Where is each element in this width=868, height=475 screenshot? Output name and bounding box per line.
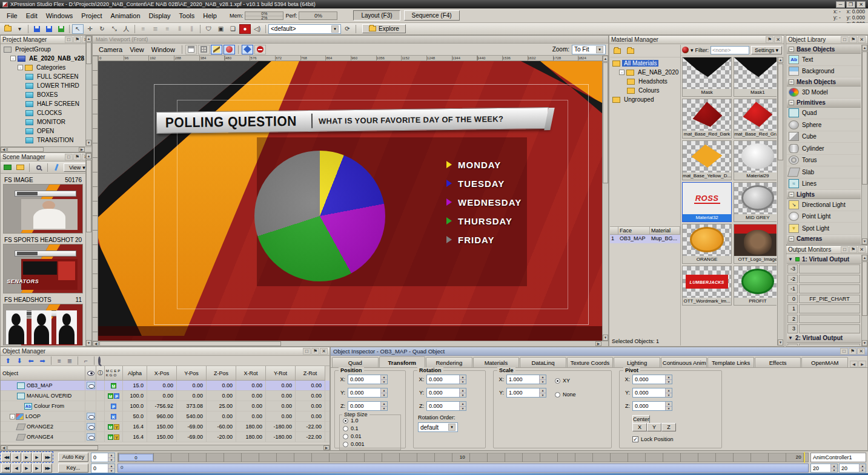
zrot-value[interactable]: 0.00 — [296, 391, 325, 401]
spin-down-icon[interactable]: ▼ — [381, 393, 387, 398]
record-icon[interactable]: ● — [239, 24, 251, 34]
project-tree-item[interactable]: MONITOR — [1, 117, 85, 126]
library-row[interactable]: − Spot Light — [787, 223, 861, 235]
spin-down-icon[interactable]: ▼ — [460, 393, 466, 398]
output-slot-label[interactable] — [799, 284, 860, 293]
yrot-value[interactable]: -180.00 — [266, 422, 296, 431]
scale-tool-button[interactable]: ⤡ — [108, 24, 120, 34]
project-tree-item[interactable]: OPEN — [1, 126, 85, 136]
library-row[interactable]: − 3D Model — [787, 87, 861, 99]
save-button[interactable] — [31, 24, 42, 34]
close-button[interactable]: ✕ — [856, 1, 866, 8]
library-row[interactable]: − Cameras — [787, 235, 861, 244]
step-size-option[interactable]: 1.0 — [343, 417, 397, 424]
timeline-selection[interactable]: 0 — [119, 454, 153, 461]
step-forward-button[interactable] — [32, 464, 42, 473]
xpos-column-header[interactable]: X-Pos — [147, 366, 177, 381]
badge[interactable]: P — [114, 393, 119, 399]
legend-item[interactable]: THURSDAY — [446, 215, 522, 226]
scene-thumbnail[interactable]: SENATORS — [3, 244, 83, 293]
radio-icon[interactable] — [343, 426, 348, 431]
menu-item[interactable]: Project — [77, 10, 106, 21]
menu-item[interactable]: Display — [145, 10, 175, 21]
output-slot-label[interactable] — [799, 315, 860, 324]
xrot-value[interactable]: 180.00 — [236, 432, 266, 442]
panel-close-icon[interactable]: ✕ — [857, 348, 865, 355]
library-row[interactable]: − Slab — [787, 166, 861, 179]
project-tree-scrollbar[interactable]: ▲▼ — [85, 36, 91, 146]
monitor-icon[interactable]: ▣ — [215, 24, 227, 34]
material-tile[interactable]: Mask — [682, 57, 732, 97]
material-tile[interactable]: mat_Base_Red_Dark — [682, 99, 732, 139]
add-material-group-button[interactable] — [611, 46, 623, 56]
yrot-value[interactable]: -180.00 — [266, 432, 296, 442]
spin-down-icon[interactable]: ▼ — [666, 393, 672, 398]
radio-icon[interactable] — [343, 434, 348, 439]
inspector-tab[interactable]: Texture Coords — [567, 357, 614, 367]
scale-mode-option[interactable]: None — [555, 391, 576, 398]
settings-dropdown-button[interactable]: Settings▾ — [751, 46, 782, 54]
zpos-value[interactable]: 25.00 — [207, 401, 236, 411]
library-row[interactable]: − Base Objects — [787, 45, 861, 54]
badge-column-header[interactable]: MCEPKGO — [105, 366, 123, 381]
default-profile-combo[interactable]: <default> ▾ — [268, 24, 341, 34]
step-size-option[interactable]: 0.01 — [343, 433, 397, 440]
material-tile[interactable]: mat_Base_Yellow_D... — [682, 140, 732, 180]
pivot-tool-button[interactable]: 人 — [121, 24, 132, 34]
inspector-tab[interactable]: Lighting — [614, 357, 660, 367]
panel-restore-icon[interactable]: □ — [65, 36, 73, 43]
minimize-button[interactable]: ─ — [836, 1, 845, 8]
spin-up-icon[interactable]: ▲ — [460, 375, 466, 380]
material-tree-item[interactable]: - AE_NAB_2020 — [610, 68, 680, 77]
save-all-button[interactable] — [43, 24, 55, 34]
expand-all-icon[interactable]: ≡ — [55, 358, 64, 364]
position-spinbox[interactable]: 0.000 ▲▼ — [348, 401, 388, 411]
yrot-value[interactable]: 0.00 — [266, 381, 296, 390]
tab-scroll-right-icon[interactable]: ▶ — [858, 361, 866, 367]
panel-close-icon[interactable]: ✕ — [858, 36, 866, 43]
menu-item[interactable]: Help — [199, 10, 221, 21]
object-column-header[interactable]: Object — [1, 366, 85, 381]
inspector-tab[interactable]: DataLinq — [520, 357, 566, 367]
pivot-spinbox[interactable]: 0.000 ▲▼ — [632, 401, 672, 411]
badge[interactable]: Y — [114, 424, 119, 430]
safe-area-toggle[interactable] — [185, 45, 197, 54]
zrot-value[interactable]: -22.00 — [296, 432, 325, 442]
spin-down-icon[interactable]: ▼ — [108, 469, 114, 473]
menu-item[interactable]: File — [2, 10, 22, 21]
zrot-value[interactable]: 0.00 — [296, 411, 325, 421]
output-slot-label[interactable]: FF_PIE_CHART — [799, 295, 860, 304]
alpha-value[interactable]: 16.4 — [123, 422, 147, 431]
add-scene-button[interactable] — [15, 163, 26, 172]
rotation-spinbox[interactable]: 0.000 ▲▼ — [426, 388, 466, 398]
menu-item[interactable]: Windows — [42, 10, 78, 21]
distribute-v-icon[interactable]: ⫼ — [186, 24, 197, 34]
select-tool-button[interactable]: ↖ — [72, 24, 84, 34]
spin-up-icon[interactable]: ▲ — [831, 464, 837, 468]
search-objects-button[interactable] — [98, 358, 101, 364]
shield-icon[interactable]: 🛡 — [203, 24, 214, 34]
auto-key-button[interactable]: Auto Key — [58, 453, 88, 462]
panel-pin-icon[interactable]: ⚑ — [766, 36, 774, 43]
xpos-value[interactable]: 960.00 — [147, 411, 177, 421]
spin-down-icon[interactable]: ▼ — [666, 407, 672, 411]
xrot-value[interactable]: 0.00 — [236, 401, 266, 411]
xrot-value[interactable]: 0.00 — [236, 381, 266, 390]
panel-restore-icon[interactable]: □ — [841, 246, 849, 253]
anim-end-spinbox[interactable]: 20 ▲▼ — [839, 464, 866, 473]
material-tile[interactable]: Material29 — [734, 140, 777, 180]
alpha-value[interactable]: 50.0 — [123, 411, 147, 421]
layout-mode-button[interactable]: Layout (F3) — [353, 10, 400, 21]
badge[interactable]: M — [111, 383, 116, 388]
maximize-button[interactable]: ❐ — [846, 1, 855, 8]
legend-item[interactable]: MONDAY — [446, 159, 522, 170]
align-right-icon[interactable]: ≡ — [162, 24, 173, 34]
zrot-value[interactable]: -22.00 — [296, 422, 325, 431]
legend-item[interactable]: TUESDAY — [446, 178, 522, 189]
explore-button[interactable]: Explore — [362, 24, 406, 33]
rotate-tool-button[interactable]: ↻ — [96, 24, 108, 34]
menu-item[interactable]: Animation — [107, 10, 145, 21]
go-start-button[interactable] — [1, 464, 11, 473]
output-row[interactable]: ▼ 1: Virtual Output 1: Virtual Output — [787, 255, 861, 264]
output-row[interactable]: ▼ 2: Virtual Output 2: Virtual Output — [787, 334, 861, 343]
